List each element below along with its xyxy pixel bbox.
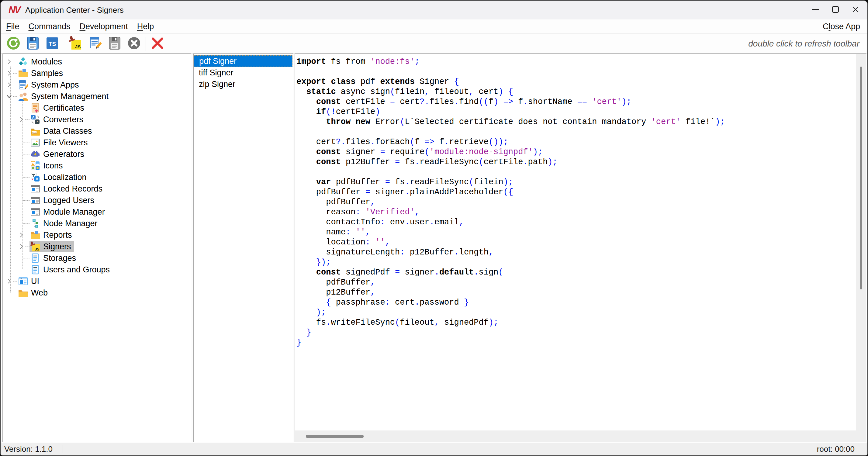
tree-item-users-and-groups[interactable]: Users and Groups bbox=[3, 264, 191, 275]
tree-item-ui[interactable]: UI bbox=[3, 275, 191, 287]
save-gray-icon bbox=[107, 36, 122, 51]
maximize-button[interactable] bbox=[826, 1, 845, 20]
tree-item-localization[interactable]: ALocalization bbox=[3, 172, 191, 183]
tree-connector-stub bbox=[13, 73, 17, 73]
tree-item-content[interactable]: System Management bbox=[17, 91, 112, 102]
tree-item-content[interactable]: ALocalization bbox=[30, 172, 90, 183]
menu-item-help[interactable]: Help bbox=[137, 22, 154, 31]
code-editor[interactable]: import fs from 'node:fs'; export class p… bbox=[297, 57, 854, 429]
tree-item-content[interactable]: JSSigners bbox=[30, 241, 74, 252]
code-line: contactInfo: env.user.email, bbox=[297, 217, 854, 227]
tree-item-node-manager[interactable]: Node Manager bbox=[3, 218, 191, 229]
horizontal-scrollbar-thumb[interactable] bbox=[306, 435, 364, 438]
tree-item-content[interactable]: Web bbox=[17, 287, 51, 299]
tree-item-content[interactable]: Modules bbox=[17, 56, 65, 67]
tree-item-content[interactable]: UI bbox=[17, 275, 42, 287]
tree-item-content[interactable]: Module Manager bbox=[30, 206, 108, 218]
horizontal-scrollbar[interactable] bbox=[295, 430, 856, 442]
tree-item-label: UI bbox=[31, 277, 39, 286]
maximize-icon bbox=[831, 5, 840, 15]
tree-item-content[interactable]: Samples bbox=[17, 67, 66, 79]
edit-script-icon bbox=[88, 36, 102, 51]
certificates-icon bbox=[30, 103, 40, 113]
tree-connector-stub bbox=[25, 235, 30, 235]
menu-item-file[interactable]: File bbox=[6, 22, 20, 31]
tree-item-content[interactable]: Generators bbox=[30, 148, 87, 160]
js-signer-button[interactable]: JS bbox=[68, 36, 83, 51]
modules-icon bbox=[18, 57, 28, 67]
code-line: signatureLength: p12Buffer.length, bbox=[297, 247, 854, 257]
tree-item-content[interactable]: Logged Users bbox=[30, 194, 97, 206]
save-button[interactable] bbox=[25, 36, 40, 51]
chevron-right-icon[interactable] bbox=[5, 58, 13, 66]
close-button[interactable] bbox=[845, 1, 866, 20]
cancel-button[interactable] bbox=[126, 36, 142, 51]
typescript-button[interactable]: TS bbox=[45, 36, 60, 51]
tree-item-content[interactable]: Reports bbox=[30, 229, 75, 241]
chevron-right-icon[interactable] bbox=[17, 116, 25, 123]
tree-item-label: Modules bbox=[31, 57, 62, 67]
tree-item-module-manager[interactable]: Module Manager bbox=[3, 206, 191, 218]
chevron-right-icon[interactable] bbox=[5, 69, 13, 77]
vertical-scrollbar-thumb[interactable] bbox=[860, 67, 862, 290]
refresh-button[interactable] bbox=[6, 36, 21, 51]
tree-item-system-apps[interactable]: System Apps bbox=[3, 79, 191, 91]
tree-item-reports[interactable]: Reports bbox=[3, 229, 191, 241]
tree-connector-stub bbox=[23, 223, 30, 224]
signers-icon: JS bbox=[30, 241, 40, 252]
list-item-pdf-signer[interactable]: pdf Signer bbox=[194, 55, 292, 67]
menu-item-close-app[interactable]: Close App bbox=[823, 22, 860, 31]
js-stamp-icon: JS bbox=[69, 36, 83, 51]
tree-item-content[interactable]: Storages bbox=[30, 252, 79, 264]
main-area: ModulesSamplesSystem AppsSystem Manageme… bbox=[1, 54, 867, 443]
delete-button[interactable] bbox=[150, 36, 165, 51]
tree-item-system-management[interactable]: System Management bbox=[3, 91, 191, 102]
edit-script-button[interactable] bbox=[88, 36, 103, 51]
tree-item-modules[interactable]: Modules bbox=[3, 56, 191, 67]
tree-item-content[interactable]: File Viewers bbox=[30, 137, 91, 148]
tree-item-icons[interactable]: Icons bbox=[3, 160, 191, 172]
tree-item-label: Generators bbox=[43, 150, 84, 159]
tree-item-label: Storages bbox=[43, 253, 76, 263]
tree-item-content[interactable]: Locked Records bbox=[30, 183, 105, 194]
tree-item-content[interactable]: Icons bbox=[30, 160, 66, 172]
chevron-right-icon[interactable] bbox=[5, 81, 13, 89]
code-line: const signer = require('module:node-sign… bbox=[297, 147, 854, 157]
tree-connector-stub bbox=[13, 281, 17, 281]
tree-item-content[interactable]: Certificates bbox=[30, 102, 87, 114]
list-item-zip-signer[interactable]: zip Signer bbox=[194, 79, 292, 90]
tree-item-content[interactable]: Users and Groups bbox=[30, 264, 113, 275]
module-manager-icon bbox=[30, 207, 40, 217]
menu-item-commands[interactable]: Commands bbox=[29, 22, 70, 31]
menu-item-development[interactable]: Development bbox=[80, 22, 128, 31]
tree-item-locked-records[interactable]: Locked Records bbox=[3, 183, 191, 194]
tree-item-file-viewers[interactable]: File Viewers bbox=[3, 137, 191, 148]
list-item-tiff-signer[interactable]: tiff Signer bbox=[194, 67, 292, 79]
tree-item-converters[interactable]: A*Converters bbox=[3, 114, 191, 125]
system-management-icon bbox=[18, 91, 28, 101]
save-gray-button[interactable] bbox=[107, 36, 122, 51]
tree-item-storages[interactable]: Storages bbox=[3, 252, 191, 264]
tree-item-samples[interactable]: Samples bbox=[3, 67, 191, 79]
tree-item-signers[interactable]: JSSigners bbox=[3, 241, 191, 252]
tree-item-web[interactable]: Web bbox=[3, 287, 191, 299]
chevron-right-icon[interactable] bbox=[17, 243, 25, 250]
tree-item-certificates[interactable]: Certificates bbox=[3, 102, 191, 114]
code-line bbox=[297, 167, 854, 177]
tree-item-logged-users[interactable]: Logged Users bbox=[3, 194, 191, 206]
tree-item-content[interactable]: A*Converters bbox=[30, 114, 86, 125]
tree-item-data-classes[interactable]: ClassData Classes bbox=[3, 125, 191, 137]
toolbar-separator bbox=[146, 37, 146, 51]
chevron-right-icon[interactable] bbox=[5, 277, 13, 285]
session-label: root: 00:00 bbox=[817, 445, 855, 454]
tree-item-content[interactable]: Node Manager bbox=[30, 218, 101, 229]
chevron-right-icon[interactable] bbox=[17, 231, 25, 239]
minimize-button[interactable] bbox=[805, 1, 826, 20]
vertical-scrollbar[interactable] bbox=[856, 54, 866, 442]
toolbar-separator bbox=[64, 37, 64, 51]
tree-item-label: Reports bbox=[43, 231, 72, 240]
tree-item-content[interactable]: System Apps bbox=[17, 79, 82, 91]
tree-item-generators[interactable]: Generators bbox=[3, 148, 191, 160]
chevron-down-icon[interactable] bbox=[5, 92, 13, 100]
tree-item-content[interactable]: ClassData Classes bbox=[30, 125, 95, 137]
